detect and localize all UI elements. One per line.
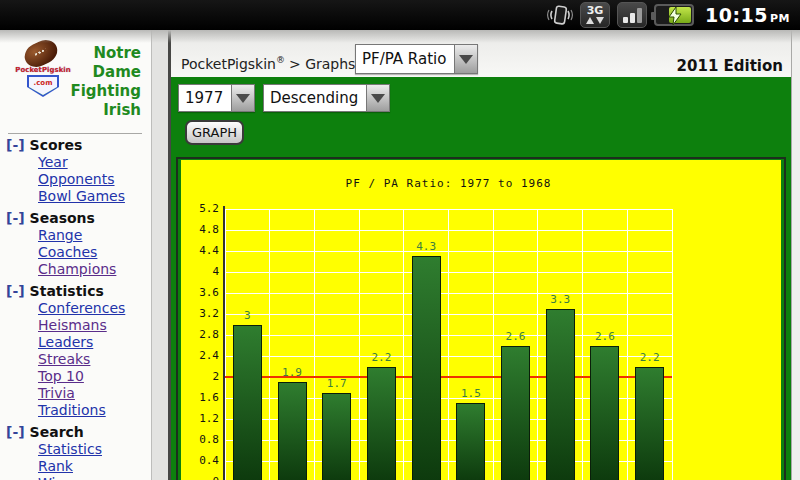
section-header: [-]Search (6, 424, 151, 441)
dropdown-arrow-icon[interactable] (454, 45, 477, 73)
time-text: 10:15 (705, 4, 768, 26)
gridline (403, 209, 404, 480)
data-arrows-icon (586, 17, 604, 24)
year-select[interactable]: 1977 (178, 84, 255, 112)
registered-mark: ® (276, 55, 285, 65)
dropdown-arrow-icon[interactable] (366, 85, 389, 111)
y-axis-tick-label: 3.2 (181, 307, 219, 320)
bar (367, 367, 396, 480)
sidebar-link-traditions[interactable]: Traditions (38, 402, 106, 419)
bar-value-label: 3 (227, 309, 267, 322)
section-label: Scores (30, 137, 83, 153)
sidebar: PocketPigskin .com Notre Dame Fighting I… (0, 30, 151, 480)
sidebar-section-seasons: [-]SeasonsRangeCoachesChampions (6, 210, 151, 278)
sort-order-value: Descending (264, 85, 366, 111)
graph-button[interactable]: GRAPH (185, 120, 244, 145)
bar (546, 309, 575, 480)
gridline (359, 209, 360, 480)
y-axis-tick-label: 1.2 (181, 412, 219, 425)
collapse-toggle[interactable]: [-] (6, 424, 25, 440)
section-links: ConferencesHeismansLeadersStreaksTop 10T… (38, 300, 151, 419)
clock: 10:15PM (705, 4, 790, 26)
section-label: Statistics (30, 283, 104, 299)
sidebar-link-trivia[interactable]: Trivia (38, 385, 75, 402)
bar (278, 382, 307, 480)
vibrate-icon (547, 2, 573, 28)
y-axis-tick-label: 4 (181, 265, 219, 278)
section-links: RangeCoachesChampions (38, 227, 151, 278)
gridline (314, 209, 315, 480)
team-name: Notre Dame Fighting Irish (61, 44, 141, 120)
pf-pa-ratio-chart: PF / PA Ratio: 1977 to 1968 5.24.84.443.… (181, 160, 781, 480)
sidebar-link-bowl-games[interactable]: Bowl Games (38, 188, 125, 205)
y-axis-tick-label: 2 (181, 370, 219, 383)
collapse-toggle[interactable]: [-] (6, 283, 25, 299)
section-header: [-]Scores (6, 137, 151, 154)
status-bar: 3G 10:15PM (0, 0, 800, 30)
bar-value-label: 2.2 (361, 351, 401, 364)
browser-scrollbar[interactable] (791, 30, 800, 480)
sidebar-link-rank[interactable]: Rank (38, 458, 73, 475)
graph-type-select[interactable]: PF/PA Ratio (355, 44, 478, 74)
sidebar-link-champions[interactable]: Champions (38, 261, 116, 278)
section-links: StatisticsRankWins (38, 441, 151, 480)
gridline (537, 209, 538, 480)
y-axis-tick-label: 0 (181, 475, 219, 480)
bar (635, 367, 664, 480)
sidebar-link-year[interactable]: Year (38, 154, 68, 171)
android-screen: 3G 10:15PM PocketPigskin .com Notre Dame (0, 0, 800, 480)
y-axis-tick-label: 3.6 (181, 286, 219, 299)
gridline (627, 209, 628, 480)
y-axis-tick-label: 2.8 (181, 328, 219, 341)
collapse-toggle[interactable]: [-] (6, 137, 25, 153)
sidebar-nav: [-]ScoresYearOpponentsBowl Games[-]Seaso… (6, 137, 151, 480)
bar-value-label: 1.5 (451, 387, 491, 400)
logo-domain: .com (34, 79, 53, 95)
sidebar-link-top-10[interactable]: Top 10 (38, 368, 84, 385)
section-links: YearOpponentsBowl Games (38, 154, 151, 205)
breadcrumb-bar: PocketPigskin®> Graphs > PF/PA Ratio 201… (171, 30, 791, 77)
bar (233, 325, 262, 480)
signal-strength-icon (617, 2, 647, 28)
y-axis-tick-label: 4.8 (181, 223, 219, 236)
brand-text: PocketPigskin (181, 56, 276, 72)
breadcrumb: PocketPigskin®> Graphs > (181, 55, 372, 72)
sidebar-link-wins[interactable]: Wins (38, 475, 72, 480)
sidebar-link-streaks[interactable]: Streaks (38, 351, 90, 368)
logo-shield-icon: .com (27, 75, 59, 97)
dropdown-arrow-icon[interactable] (231, 85, 254, 111)
year-value: 1977 (179, 85, 231, 111)
sidebar-link-range[interactable]: Range (38, 227, 82, 244)
sidebar-section-scores: [-]ScoresYearOpponentsBowl Games (6, 137, 151, 205)
y-axis (223, 206, 225, 480)
bar-value-label: 1.7 (317, 377, 357, 390)
bar-value-label: 4.3 (406, 240, 446, 253)
sidebar-link-conferences[interactable]: Conferences (38, 300, 125, 317)
y-axis-tick-label: 0.8 (181, 433, 219, 446)
chart-title: PF / PA Ratio: 1977 to 1968 (225, 177, 672, 190)
collapse-toggle[interactable]: [-] (6, 210, 25, 226)
sidebar-divider (8, 133, 142, 134)
sidebar-link-leaders[interactable]: Leaders (38, 334, 93, 351)
data-type-label: 3G (587, 6, 604, 16)
y-axis-tick-label: 4.4 (181, 244, 219, 257)
section-header: [-]Seasons (6, 210, 151, 227)
sidebar-link-coaches[interactable]: Coaches (38, 244, 97, 261)
gridline (269, 209, 270, 480)
sidebar-link-statistics[interactable]: Statistics (38, 441, 102, 458)
sidebar-link-opponents[interactable]: Opponents (38, 171, 115, 188)
graph-type-value: PF/PA Ratio (356, 45, 454, 73)
bar-value-label: 2.6 (585, 330, 625, 343)
y-axis-tick-label: 2.4 (181, 349, 219, 362)
bar (590, 346, 619, 480)
sidebar-scrollbar-track[interactable] (151, 30, 168, 480)
y-axis-tick-label: 0.4 (181, 454, 219, 467)
y-axis-tick-label: 5.2 (181, 202, 219, 215)
sidebar-link-heismans[interactable]: Heismans (38, 317, 107, 334)
bar-value-label: 2.6 (496, 330, 536, 343)
sort-order-select[interactable]: Descending (263, 84, 390, 112)
section-header: [-]Statistics (6, 283, 151, 300)
gridline (672, 209, 673, 480)
edition-label: 2011 Edition (677, 57, 783, 75)
bar (456, 403, 485, 480)
